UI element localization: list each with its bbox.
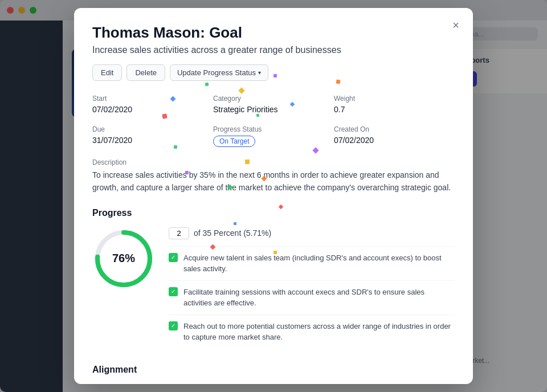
task-list: ✓ Acquire new talent in sales team (incl… bbox=[169, 246, 455, 349]
task-item: ✓ Reach out to more potential customers … bbox=[169, 315, 455, 349]
description-section: Description To increase sales activities… bbox=[92, 158, 455, 194]
task-total-label: of 35 Percent (5.71%) bbox=[194, 228, 271, 238]
start-label: Start bbox=[92, 95, 213, 103]
meta-weight: Weight 0.7 bbox=[334, 95, 455, 114]
description-label: Description bbox=[92, 158, 455, 166]
task-checkbox[interactable]: ✓ bbox=[169, 287, 178, 296]
meta-progress-status: Progress Status On Target bbox=[213, 125, 334, 147]
start-value: 07/02/2020 bbox=[92, 105, 213, 114]
alignment-title: Alignment bbox=[92, 365, 455, 375]
chevron-down-icon: ▾ bbox=[258, 70, 261, 76]
description-text: To increase sales activities by 35% in t… bbox=[92, 169, 455, 194]
task-item: ✓ Acquire new talent in sales team (incl… bbox=[169, 246, 455, 280]
progress-layout: 76% of 35 Percent (5.71%) ✓ Acquire new … bbox=[92, 227, 455, 349]
modal: × Thomas Mason: Goal Increase sales acti… bbox=[74, 8, 473, 384]
meta-grid: Start 07/02/2020 Category Strategic Prio… bbox=[92, 95, 455, 147]
meta-created-on: Created On 07/02/2020 bbox=[334, 125, 455, 147]
task-count-input[interactable] bbox=[169, 227, 189, 239]
due-label: Due bbox=[92, 125, 213, 133]
edit-button[interactable]: Edit bbox=[92, 64, 122, 81]
task-header: of 35 Percent (5.71%) bbox=[169, 227, 455, 239]
progress-percentage: 76% bbox=[112, 252, 135, 265]
alignment-section: Alignment Lyanna Moreton - 17% of Total … bbox=[92, 365, 455, 384]
progress-status-value: On Target bbox=[213, 136, 334, 147]
created-on-label: Created On bbox=[334, 125, 455, 133]
progress-tasks: of 35 Percent (5.71%) ✓ Acquire new tale… bbox=[169, 227, 455, 349]
modal-title: Thomas Mason: Goal bbox=[92, 24, 455, 42]
category-value: Strategic Priorities bbox=[213, 105, 334, 114]
task-text: Facilitate training sessions with accoun… bbox=[183, 287, 455, 309]
meta-start: Start 07/02/2020 bbox=[92, 95, 213, 114]
progress-title: Progress bbox=[92, 208, 455, 218]
on-target-badge: On Target bbox=[213, 136, 255, 147]
close-button[interactable]: × bbox=[452, 19, 459, 31]
task-item: ✓ Facilitate training sessions with acco… bbox=[169, 280, 455, 315]
progress-section: Progress 76% of 35 Percent (5.71%) ✓ Acq… bbox=[92, 208, 455, 349]
meta-category: Category Strategic Priorities bbox=[213, 95, 334, 114]
weight-value: 0.7 bbox=[334, 105, 455, 114]
task-checkbox[interactable]: ✓ bbox=[169, 253, 178, 262]
update-progress-button[interactable]: Update Progress Status ▾ bbox=[170, 64, 268, 81]
modal-subtitle: Increase sales activities across a great… bbox=[92, 45, 455, 55]
update-progress-label: Update Progress Status bbox=[177, 68, 256, 77]
due-value: 31/07/2020 bbox=[92, 136, 213, 145]
task-text: Acquire new talent in sales team (includ… bbox=[183, 252, 455, 275]
meta-due: Due 31/07/2020 bbox=[92, 125, 213, 147]
task-checkbox[interactable]: ✓ bbox=[169, 321, 178, 330]
action-buttons: Edit Delete Update Progress Status ▾ bbox=[92, 64, 455, 81]
delete-button[interactable]: Delete bbox=[126, 64, 165, 81]
circular-progress: 76% bbox=[92, 227, 155, 290]
category-label: Category bbox=[213, 95, 334, 103]
progress-status-label: Progress Status bbox=[213, 125, 334, 133]
task-text: Reach out to more potential customers ac… bbox=[183, 321, 455, 343]
created-on-value: 07/02/2020 bbox=[334, 136, 455, 145]
modal-overlay[interactable]: × Thomas Mason: Goal Increase sales acti… bbox=[0, 0, 547, 392]
weight-label: Weight bbox=[334, 95, 455, 103]
